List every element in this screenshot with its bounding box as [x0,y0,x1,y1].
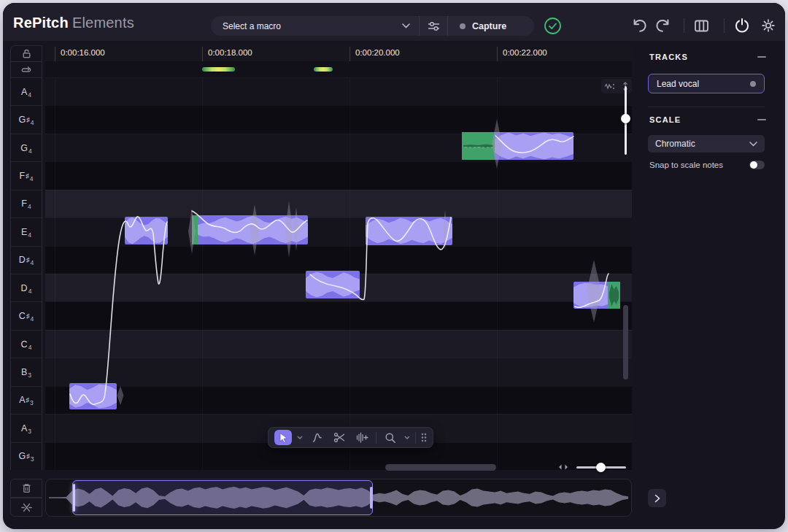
zoom-tool-button[interactable] [382,430,399,445]
note-lane [45,77,632,105]
collapse-tracks-button[interactable] [757,56,766,58]
toggle-knob [750,161,757,169]
note-label-E4[interactable]: E4 [10,217,42,245]
vertical-scrollbar[interactable] [623,305,628,379]
scale-section-title: SCALE [649,115,681,124]
lock-button[interactable] [10,45,42,62]
brand-name: RePitch [13,15,69,31]
note-block-E4[interactable] [125,217,168,244]
waveform-display-icon[interactable] [604,82,615,90]
collapse-scale-button[interactable] [757,119,766,120]
note-label-Gs3[interactable]: G♯3 [10,442,42,470]
status-check-icon [544,17,562,35]
app-logo: RePitchElements [13,15,134,31]
vertical-zoom-knob[interactable] [621,114,630,123]
macro-dropdown-label: Select a macro [223,21,281,31]
layout-columns-button[interactable] [693,18,710,34]
note-block-E4[interactable] [192,215,308,244]
chevron-down-icon[interactable] [404,436,410,439]
drag-handle-icon[interactable] [421,433,427,442]
repitch-app: RePitchElements Select a macro Capture [0,0,788,532]
scale-dropdown[interactable]: Chromatic [648,135,765,153]
horizontal-zoom-knob[interactable] [596,463,606,472]
note-label-As3[interactable]: A♯3 [10,386,42,414]
settings-gear-button[interactable] [760,17,777,34]
brand-edition: Elements [72,15,134,31]
grid-line [202,77,203,470]
note-block-E4[interactable] [366,217,452,245]
horizontal-zoom-icon [557,462,569,472]
timeline-tick [202,47,203,61]
note-label-C4[interactable]: C4 [10,330,42,358]
sidebar-expand-button[interactable] [648,489,666,507]
top-bar: RePitchElements Select a macro Capture [3,3,785,41]
note-label-G4[interactable]: G4 [10,134,42,161]
capture-button[interactable]: Capture [448,16,534,36]
scale-value: Chromatic [655,139,695,149]
divider [415,432,416,444]
note-label-Gs4[interactable]: G♯4 [10,105,42,133]
note-label-D4[interactable]: D4 [10,274,42,301]
piano-key-labels: A4G♯4G4F♯4F4E4D♯4D4C♯4C4B3A♯3A3G♯3 [10,77,42,470]
note-label-A3[interactable]: A3 [10,414,42,442]
track-item-lead-vocal[interactable]: Lead vocal [648,74,765,93]
timeline-tick [55,47,55,61]
divider [376,432,376,444]
chevron-down-icon [402,23,410,28]
pitch-pen-tool-button[interactable] [308,430,325,445]
routing-button[interactable] [420,16,447,36]
redo-button[interactable] [655,18,672,34]
select-tool-button[interactable] [274,430,292,445]
note-block-D4[interactable] [306,271,360,298]
note-label-B3[interactable]: B3 [10,358,42,385]
note-block-D4[interactable] [573,282,620,309]
power-button[interactable] [733,17,751,34]
macro-dropdown[interactable]: Select a macro [211,16,419,36]
overview-selection-region[interactable] [72,480,373,515]
note-label-Fs4[interactable]: F♯4 [10,161,42,189]
timeline-ruler[interactable]: 0:00:16.0000:00:18.0000:00:20.0000:00:22… [45,45,632,62]
timeline-tick [497,47,498,61]
note-lane [45,330,632,358]
note-label-Ds4[interactable]: D♯4 [10,246,42,274]
horizontal-scrollbar[interactable] [385,464,496,471]
macro-capture-group: Select a macro Capture [211,16,534,36]
note-label-Cs4[interactable]: C♯4 [10,301,42,329]
track-status-dot [750,81,756,87]
note-lane [45,246,632,274]
routing-icon [428,21,440,31]
undo-button[interactable] [630,18,647,34]
right-sidebar: TRACKS Lead vocal SCALE Chromatic Snap t… [638,44,778,520]
capture-dot-icon [460,23,466,29]
activity-blip [202,67,235,72]
note-lane [45,386,632,414]
timeline-timestamp: 0:00:16.000 [61,48,105,57]
cut-button[interactable] [10,498,42,517]
warp-tool-button[interactable] [353,430,371,445]
chevron-down-icon [749,142,757,147]
timeline-timestamp: 0:00:22.000 [503,48,547,57]
note-block-A#3[interactable] [69,383,117,409]
playhead[interactable] [73,484,75,512]
waveform-overview[interactable] [45,479,632,517]
note-label-A4[interactable]: A4 [10,77,42,105]
correction-segment [192,215,198,244]
chevron-down-icon[interactable] [297,436,303,439]
activity-blip [314,67,333,72]
snap-toggle[interactable] [749,161,765,169]
note-label-F4[interactable]: F4 [10,190,42,217]
note-block-G4[interactable] [462,132,573,160]
scissors-tool-button[interactable] [331,430,348,445]
snap-to-scale-row: Snap to scale notes [649,161,765,169]
note-lane [45,105,632,133]
loop-button[interactable] [10,61,42,78]
tools-toolbar [268,427,433,448]
note-lane [45,301,632,329]
delete-button[interactable] [10,479,42,498]
timeline-timestamp: 0:00:18.000 [208,48,252,57]
divider [684,18,684,33]
timeline-tick [349,47,350,61]
selection-end-handle[interactable] [370,487,373,509]
piano-roll-grid[interactable] [45,77,632,470]
roll-view-options [601,79,632,93]
